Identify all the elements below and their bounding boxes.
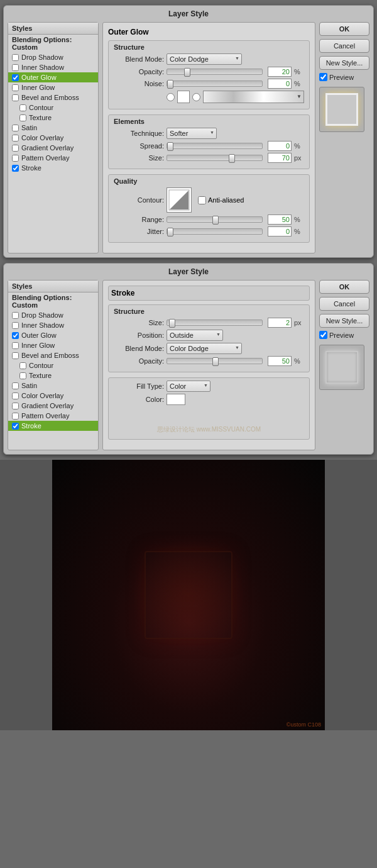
ok-button-1[interactable]: OK [319,22,369,36]
stroke-opacity-input[interactable] [268,356,292,366]
anti-alias-checkbox[interactable] [198,196,206,204]
size-slider[interactable] [167,155,263,161]
inner-shadow-label: Inner Shadow [21,64,64,71]
blend-mode-select[interactable]: Color Dodge [167,53,242,65]
solid-radio[interactable] [167,93,175,101]
stroke-blend-select[interactable]: Color Dodge [167,343,242,354]
size-input[interactable] [268,153,292,163]
drop-shadow-checkbox[interactable] [12,54,19,61]
sidebar-item-color-overlay[interactable]: Color Overlay [8,133,98,143]
sidebar2-item-color-overlay[interactable]: Color Overlay [8,391,98,401]
gradient-radio[interactable] [192,93,200,101]
panel1-sidebar-header: Styles [8,23,98,35]
stroke2-checkbox[interactable] [12,423,19,430]
cancel-button-2[interactable]: Cancel [319,297,369,311]
panel2-layer-style: Layer Style Styles Blending Options: Cus… [3,263,374,455]
pattern-overlay-checkbox[interactable] [12,155,19,162]
sidebar2-item-drop-shadow[interactable]: Drop Shadow [8,310,98,320]
fill-type-select[interactable]: Color [167,381,210,392]
sidebar-item-stroke[interactable]: Stroke [8,163,98,173]
sidebar2-item-gradient-overlay[interactable]: Gradient Overlay [8,401,98,411]
contour-preview[interactable] [167,187,192,213]
bevel-emboss-checkbox[interactable] [12,94,19,101]
color-overlay2-checkbox[interactable] [12,392,19,399]
drop-shadow2-checkbox[interactable] [12,312,19,319]
sidebar2-item-inner-shadow[interactable]: Inner Shadow [8,320,98,330]
spread-input[interactable] [268,141,292,151]
sidebar2-item-contour[interactable]: Contour [8,360,98,370]
ok-button-2[interactable]: OK [319,280,369,294]
stroke-label-1: Stroke [21,164,41,172]
color-overlay-checkbox[interactable] [12,135,19,142]
preview-check-1[interactable] [319,73,327,81]
sidebar2-item-outer-glow[interactable]: Outer Glow [8,330,98,340]
contour-checkbox[interactable] [19,104,26,111]
gradient-overlay-checkbox[interactable] [12,145,19,152]
stroke-size-input[interactable] [268,318,292,328]
inner-shadow2-checkbox[interactable] [12,322,19,329]
contour2-checkbox[interactable] [19,362,26,369]
noise-slider[interactable] [167,81,263,87]
sidebar-item-blending[interactable]: Blending Options: Custom [8,35,98,52]
bevel-emboss2-checkbox[interactable] [12,352,19,359]
sidebar-item-pattern-overlay[interactable]: Pattern Overlay [8,153,98,163]
gradient-overlay2-checkbox[interactable] [12,403,19,409]
position-select-wrapper[interactable]: Outside [167,330,223,341]
noise-input[interactable] [268,79,292,89]
texture2-checkbox[interactable] [19,372,26,379]
pattern-overlay2-checkbox[interactable] [12,413,19,420]
opacity-slider[interactable] [167,69,263,75]
opacity-input[interactable] [268,67,292,77]
sidebar-item-outer-glow[interactable]: Outer Glow [8,72,98,82]
fill-type-select-wrapper[interactable]: Color [167,381,210,392]
outer-glow-checkbox[interactable] [12,74,19,81]
range-input[interactable] [268,214,292,225]
gradient-swatch[interactable] [203,91,304,103]
sidebar-item-inner-glow[interactable]: Inner Glow [8,82,98,92]
sidebar-item-contour[interactable]: Contour [8,103,98,113]
sidebar2-item-bevel-emboss[interactable]: Bevel and Emboss [8,350,98,360]
stroke-size-slider[interactable] [167,320,263,326]
stroke-color-swatch[interactable] [167,394,185,405]
sidebar2-item-inner-glow[interactable]: Inner Glow [8,340,98,350]
sidebar2-item-satin[interactable]: Satin [8,381,98,391]
inner-glow-checkbox[interactable] [12,84,19,91]
inner-shadow-checkbox[interactable] [12,64,19,71]
position-select[interactable]: Outside [167,330,223,341]
sidebar-item-inner-shadow[interactable]: Inner Shadow [8,62,98,72]
sidebar2-item-pattern-overlay[interactable]: Pattern Overlay [8,411,98,421]
sidebar2-item-stroke[interactable]: Stroke [8,421,98,431]
outer-glow2-checkbox[interactable] [12,332,19,339]
sidebar-item-texture[interactable]: Texture [8,113,98,123]
stroke-blend-select-wrapper[interactable]: Color Dodge [167,343,242,354]
preview-check-2[interactable] [319,331,327,339]
white-swatch[interactable] [177,91,190,103]
outer-glow2-label: Outer Glow [21,331,57,339]
stroke-opacity-slider[interactable] [167,358,263,364]
sidebar-item-bevel-emboss[interactable]: Bevel and Emboss [8,92,98,103]
new-style-button-2[interactable]: New Style... [319,314,369,328]
elements-group: Elements Technique: Softer Spread: [108,114,310,169]
technique-select[interactable]: Softer [167,128,217,139]
new-style-button-1[interactable]: New Style... [319,56,369,70]
sidebar-item-drop-shadow[interactable]: Drop Shadow [8,52,98,62]
jitter-label: Jitter: [114,228,164,235]
cancel-button-1[interactable]: Cancel [319,39,369,53]
technique-select-wrapper[interactable]: Softer [167,128,217,139]
drop-shadow2-label: Drop Shadow [21,311,63,319]
blend-mode-select-wrapper[interactable]: Color Dodge [167,53,242,65]
spread-slider[interactable] [167,143,263,149]
sidebar2-item-blending[interactable]: Blending Options: Custom [8,292,98,310]
satin2-checkbox[interactable] [12,382,19,389]
satin-checkbox[interactable] [12,125,19,131]
sidebar2-item-texture[interactable]: Texture [8,370,98,381]
sidebar-item-satin[interactable]: Satin [8,123,98,133]
stroke-checkbox-1[interactable] [12,165,19,172]
range-slider[interactable] [167,216,263,223]
inner-glow2-checkbox[interactable] [12,342,19,349]
sidebar-item-gradient-overlay[interactable]: Gradient Overlay [8,143,98,153]
jitter-input[interactable] [268,226,292,236]
size-row: Size: px [114,153,304,163]
texture-checkbox[interactable] [19,114,26,121]
jitter-slider[interactable] [167,228,263,235]
